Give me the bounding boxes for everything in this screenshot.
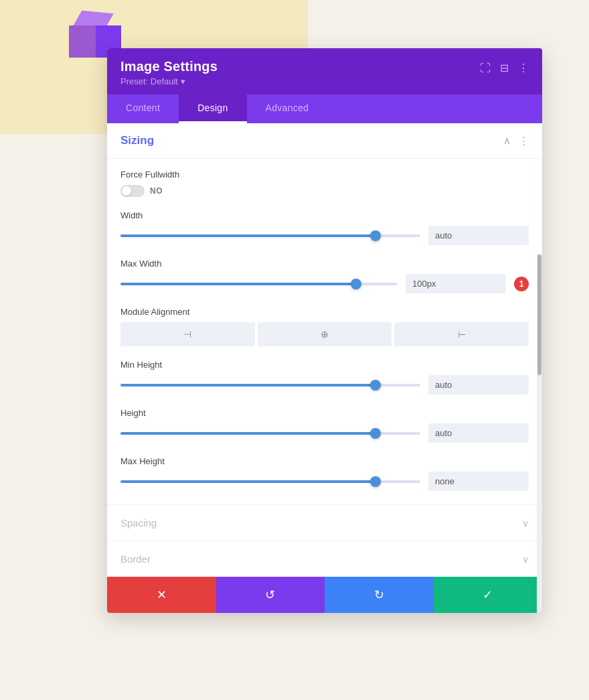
cancel-button[interactable]: ✕ (107, 577, 216, 613)
height-thumb[interactable] (370, 428, 381, 439)
panel-header-left: Image Settings Preset: Default ▾ (120, 59, 218, 86)
scrollbar-thumb[interactable] (537, 255, 541, 375)
undo-button[interactable]: ↺ (216, 577, 325, 613)
preset-selector[interactable]: Preset: Default ▾ (120, 76, 218, 86)
fullscreen-icon[interactable]: ⛶ (480, 62, 491, 74)
min-height-label: Min Height (120, 360, 529, 370)
height-input[interactable] (428, 423, 529, 443)
max-width-track (120, 283, 398, 285)
height-field: Height (120, 408, 529, 443)
width-track (120, 234, 420, 237)
tab-content[interactable]: Content (107, 94, 179, 123)
max-width-field: Max Width 1 (120, 259, 529, 293)
spacing-label: Spacing (120, 517, 157, 529)
section-header-icons: ∧ ⋮ (503, 135, 529, 147)
min-height-input[interactable] (428, 375, 529, 395)
force-fullwidth-field: Force Fullwidth NO (120, 169, 529, 197)
module-alignment-field: Module Alignment ⊣ ⊕ ⊢ (120, 307, 529, 346)
max-width-input[interactable] (406, 274, 506, 293)
sizing-title: Sizing (120, 134, 154, 147)
max-width-badge: 1 (514, 277, 529, 291)
min-height-field: Min Height (120, 360, 529, 395)
max-width-slider-row: 1 (120, 274, 529, 293)
force-fullwidth-control: NO (120, 185, 529, 197)
max-height-slider[interactable] (120, 475, 420, 488)
save-button[interactable]: ✓ (434, 577, 543, 613)
align-left-icon: ⊣ (183, 329, 191, 340)
module-alignment-label: Module Alignment (120, 307, 529, 317)
align-center-button[interactable]: ⊕ (258, 322, 392, 346)
width-thumb[interactable] (370, 230, 381, 241)
align-right-icon: ⊢ (458, 329, 466, 340)
height-slider[interactable] (120, 427, 420, 440)
max-height-label: Max Height (120, 456, 529, 466)
spacing-section[interactable]: Spacing ∨ (107, 504, 542, 541)
max-height-track (120, 480, 420, 483)
sizing-header: Sizing ∧ ⋮ (107, 123, 542, 159)
min-height-slider-row (120, 375, 529, 395)
align-left-button[interactable]: ⊣ (120, 322, 255, 346)
width-field: Width (120, 210, 529, 245)
align-center-icon: ⊕ (321, 329, 329, 340)
header-icons: ⛶ ⊟ ⋮ (480, 62, 529, 74)
toggle-value: NO (150, 186, 163, 196)
width-slider[interactable] (120, 229, 420, 242)
columns-icon[interactable]: ⊟ (500, 62, 509, 74)
max-width-label: Max Width (120, 259, 529, 269)
max-width-thumb[interactable] (351, 279, 361, 289)
force-fullwidth-label: Force Fullwidth (120, 169, 529, 180)
border-section[interactable]: Border ∨ (107, 541, 542, 577)
redo-button[interactable]: ↻ (325, 577, 434, 613)
scrollbar[interactable] (537, 254, 542, 613)
max-height-slider-row (120, 472, 529, 491)
sizing-section: Sizing ∧ ⋮ Force Fullwidth NO (107, 123, 542, 504)
height-fill (120, 432, 375, 435)
width-input[interactable] (428, 226, 529, 245)
height-slider-row (120, 423, 529, 443)
toggle-knob (122, 186, 131, 196)
bottom-toolbar: ✕ ↺ ↻ ✓ (107, 577, 542, 613)
max-height-thumb[interactable] (370, 476, 381, 487)
alignment-buttons: ⊣ ⊕ ⊢ (120, 322, 529, 346)
tabs-bar: Content Design Advanced (107, 94, 542, 123)
align-right-button[interactable]: ⊢ (394, 322, 529, 346)
max-height-input[interactable] (428, 472, 529, 491)
spacing-chevron-icon: ∨ (522, 518, 529, 529)
section-body: Force Fullwidth NO Width (107, 159, 542, 504)
max-height-field: Max Height (120, 456, 529, 491)
min-height-track (120, 384, 420, 387)
tab-design[interactable]: Design (179, 94, 246, 123)
height-track (120, 432, 420, 435)
height-label: Height (120, 408, 529, 418)
panel-header: Image Settings Preset: Default ▾ ⛶ ⊟ ⋮ (107, 48, 542, 94)
border-chevron-icon: ∨ (522, 554, 529, 565)
width-slider-row (120, 226, 529, 245)
min-height-fill (120, 384, 375, 387)
panel-content: Sizing ∧ ⋮ Force Fullwidth NO (107, 123, 542, 577)
max-width-slider[interactable] (120, 277, 398, 291)
width-label: Width (120, 210, 529, 220)
section-more-icon[interactable]: ⋮ (519, 135, 529, 147)
collapse-icon[interactable]: ∧ (503, 135, 511, 147)
border-label: Border (120, 553, 151, 565)
min-height-thumb[interactable] (370, 380, 381, 391)
force-fullwidth-toggle[interactable] (120, 185, 145, 197)
more-icon[interactable]: ⋮ (518, 62, 529, 74)
tab-advanced[interactable]: Advanced (247, 94, 328, 123)
settings-panel: Image Settings Preset: Default ▾ ⛶ ⊟ ⋮ C… (107, 48, 542, 613)
width-fill (120, 234, 375, 237)
min-height-slider[interactable] (120, 378, 420, 392)
panel-title: Image Settings (120, 59, 218, 74)
max-width-fill (120, 283, 356, 285)
max-height-fill (120, 480, 375, 483)
